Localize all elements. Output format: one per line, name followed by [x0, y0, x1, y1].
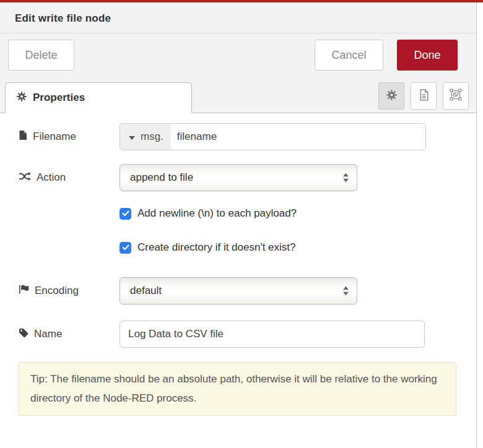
filename-input-wrap	[171, 124, 425, 150]
checkmark-icon	[122, 208, 129, 219]
dialog-button-bar: Delete Cancel Done	[0, 33, 476, 79]
dialog-header: Edit write file node	[0, 2, 476, 33]
document-icon	[419, 89, 429, 103]
encoding-row: Encoding default	[19, 277, 458, 304]
newline-checkbox-label[interactable]: Add newline (\n) to each payload?	[137, 207, 297, 220]
typed-input-prefix: msg.	[141, 131, 163, 143]
done-button[interactable]: Done	[397, 40, 458, 71]
shuffle-icon	[19, 171, 31, 184]
tab-properties-label: Properties	[33, 92, 85, 104]
action-select[interactable]: append to file	[120, 164, 357, 191]
flag-icon	[19, 284, 29, 298]
dialog-title: Edit write file node	[15, 12, 461, 25]
name-row: Name	[19, 321, 458, 348]
action-label-group: Action	[19, 171, 120, 184]
name-label: Name	[34, 328, 62, 340]
mkdir-checkbox-row: Create directory if it doesn't exist?	[120, 241, 458, 254]
encoding-select[interactable]: default	[120, 277, 357, 304]
mkdir-checkbox-label[interactable]: Create directory if it doesn't exist?	[137, 241, 296, 254]
select-stepper-icon	[343, 173, 349, 183]
encoding-label: Encoding	[35, 285, 79, 297]
appearance-button[interactable]	[443, 82, 469, 110]
encoding-label-group: Encoding	[19, 284, 120, 298]
filename-input[interactable]	[177, 131, 425, 143]
filename-typed-input: msg.	[120, 123, 426, 150]
name-label-group: Name	[19, 328, 120, 341]
filename-label-group: Filename	[19, 130, 120, 144]
editor-toolbar	[378, 82, 469, 110]
action-select-value: append to file	[130, 171, 193, 184]
description-button[interactable]	[411, 82, 437, 110]
delete-button[interactable]: Delete	[8, 40, 74, 71]
action-row: Action append to file	[19, 164, 458, 191]
encoding-select-value: default	[130, 285, 162, 297]
properties-gear-button[interactable]	[378, 82, 404, 110]
filename-label: Filename	[33, 131, 76, 143]
select-stepper-icon	[343, 286, 349, 296]
checkmark-icon	[122, 242, 129, 253]
newline-checkbox-row: Add newline (\n) to each payload?	[120, 207, 458, 220]
edit-dialog: Edit write file node Delete Cancel Done	[0, 2, 477, 448]
gear-icon	[386, 90, 397, 103]
properties-form: Filename msg.	[0, 113, 476, 416]
gear-icon	[17, 92, 27, 104]
name-input[interactable]	[120, 321, 425, 348]
file-icon	[19, 130, 27, 144]
caret-down-icon	[129, 131, 135, 143]
tab-properties[interactable]: Properties	[5, 82, 192, 113]
tag-icon	[19, 328, 28, 341]
filename-row: Filename msg.	[19, 123, 458, 150]
typed-input-type-button[interactable]: msg.	[120, 124, 171, 150]
appearance-icon	[450, 88, 462, 103]
form-tip: Tip: The filename should be an absolute …	[19, 362, 456, 416]
action-label: Action	[37, 171, 66, 184]
tab-bar: Properties	[0, 79, 476, 113]
cancel-button[interactable]: Cancel	[315, 40, 383, 71]
newline-checkbox[interactable]	[120, 208, 131, 220]
mkdir-checkbox[interactable]	[120, 242, 131, 254]
